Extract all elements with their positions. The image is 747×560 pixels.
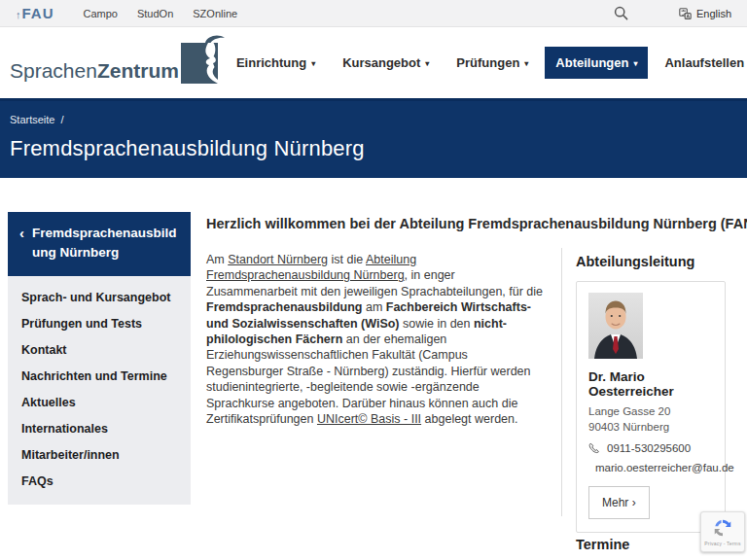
page-title-band: Startseite / Fremdsprachenausbildung Nür… xyxy=(0,101,747,178)
brand-text-light: Sprachen xyxy=(10,59,97,82)
nav-item-anlaufstellen[interactable]: Anlaufstellen▾ xyxy=(654,47,747,79)
department-head-heading: Abteilungsleitung xyxy=(576,254,694,269)
plain-text: sowie in den xyxy=(400,317,474,331)
chevron-down-icon: ▾ xyxy=(311,59,315,68)
intro-paragraph: Am Standort Nürnberg ist die Abteilung F… xyxy=(206,252,545,427)
top-meta-bar: ↑ FAU Campo StudOn SZOnline English xyxy=(0,0,747,27)
sidebar-item[interactable]: Sprach- und Kursangebot xyxy=(8,285,191,311)
language-switch[interactable]: English xyxy=(679,8,731,19)
sidebar: ‹ Fremdsprachenausbildung Nürnberg Sprac… xyxy=(8,212,191,505)
fau-logo[interactable]: ↑ FAU xyxy=(16,5,54,21)
address-line-1: Lange Gasse 20 xyxy=(588,403,713,419)
chevron-down-icon: ▾ xyxy=(524,59,528,68)
plain-text: ist die xyxy=(328,253,366,266)
welcome-heading: Herzlich willkommen bei der Abteilung Fr… xyxy=(206,216,747,231)
topbar-link-campo[interactable]: Campo xyxy=(84,8,118,19)
sidebar-item[interactable]: Kontakt xyxy=(8,337,191,364)
termine-heading: Termine xyxy=(576,537,629,552)
sidebar-item[interactable]: Aktuelles xyxy=(8,390,191,416)
topbar-link-studon[interactable]: StudOn xyxy=(137,8,173,19)
plain-text: Am xyxy=(206,253,228,266)
contact-address: Lange Gasse 20 90403 Nürnberg xyxy=(588,403,713,435)
topbar-links: Campo StudOn SZOnline xyxy=(84,8,238,19)
fau-logo-arrow-icon: ↑ xyxy=(16,9,21,20)
recaptcha-privacy-terms[interactable]: Privacy - Terms xyxy=(704,541,740,546)
column-divider xyxy=(561,248,562,516)
chevron-left-icon: ‹ xyxy=(19,224,24,263)
topbar-link-szonline[interactable]: SZOnline xyxy=(193,8,237,19)
sidebar-item[interactable]: Internationales xyxy=(8,416,191,442)
text-link[interactable]: Standort Nürnberg xyxy=(228,253,328,266)
plain-text: am xyxy=(362,300,385,314)
nav-item-kursangebot[interactable]: Kursangebot▾ xyxy=(332,47,440,79)
main-navigation: Einrichtung▾Kursangebot▾Prüfungen▾Abteil… xyxy=(226,47,747,79)
language-icon xyxy=(679,8,692,19)
nav-item-abteilungen[interactable]: Abteilungen▾ xyxy=(545,47,648,79)
sidebar-item[interactable]: Nachrichten und Termine xyxy=(8,364,191,390)
site-header: SprachenZentrum Einrichtung▾Kursangebot▾… xyxy=(0,27,747,101)
sidebar-item[interactable]: FAQs xyxy=(8,469,191,495)
nav-item-label: Anlaufstellen xyxy=(664,55,744,70)
nav-item-label: Prüfungen xyxy=(456,55,519,70)
sidebar-menu: Sprach- und KursangebotPrüfungen und Tes… xyxy=(8,276,191,505)
portrait-photo xyxy=(588,293,643,359)
language-label: English xyxy=(696,8,731,19)
contact-phone[interactable]: 0911-530295600 xyxy=(607,442,691,454)
sidebar-back-header[interactable]: ‹ Fremdsprachenausbildung Nürnberg xyxy=(8,212,191,276)
nav-item-label: Abteilungen xyxy=(555,55,628,70)
nav-item-label: Kursangebot xyxy=(342,55,420,70)
phone-icon xyxy=(588,442,600,454)
sidebar-back-label: Fremdsprachenausbildung Nürnberg xyxy=(32,224,177,263)
text-link[interactable]: UNIcert© Basis - III xyxy=(317,412,421,426)
contact-name: Dr. Mario Oesterreicher xyxy=(588,369,713,399)
breadcrumb-separator: / xyxy=(60,114,63,125)
sprachenzentrum-face-icon xyxy=(181,34,226,85)
breadcrumb-home[interactable]: Startseite xyxy=(10,114,54,125)
search-button[interactable] xyxy=(614,6,628,20)
recaptcha-badge[interactable]: Privacy - Terms xyxy=(700,511,745,552)
brand-text-bold: Zentrum xyxy=(97,59,179,82)
sidebar-item[interactable]: Prüfungen und Tests xyxy=(8,311,191,337)
brand-wordmark: SprachenZentrum xyxy=(10,60,179,88)
contact-email[interactable]: mario.oesterreicher@fau.de xyxy=(595,462,734,473)
plain-text: abgelegt werden. xyxy=(421,412,517,426)
contact-card: Dr. Mario Oesterreicher Lange Gasse 20 9… xyxy=(576,281,726,533)
phone-row: 0911-530295600 xyxy=(588,442,713,454)
recaptcha-icon xyxy=(712,517,733,539)
chevron-down-icon: ▾ xyxy=(633,59,637,68)
nav-item-einrichtung[interactable]: Einrichtung▾ xyxy=(226,47,326,79)
breadcrumb: Startseite / xyxy=(10,114,737,125)
bold-text: Fremdsprachenausbildung xyxy=(206,300,362,314)
sidebar-item[interactable]: Mitarbeiter/innen xyxy=(8,442,191,469)
more-button[interactable]: Mehr › xyxy=(588,486,650,519)
sprachenzentrum-logo[interactable]: SprachenZentrum xyxy=(10,38,226,88)
email-row: mario.oesterreicher@fau.de xyxy=(588,462,713,473)
fau-logo-text: FAU xyxy=(22,5,54,21)
address-line-2: 90403 Nürnberg xyxy=(588,419,713,435)
nav-item-prüfungen[interactable]: Prüfungen▾ xyxy=(445,47,539,79)
search-icon xyxy=(614,6,628,20)
nav-item-label: Einrichtung xyxy=(236,55,306,70)
chevron-down-icon: ▾ xyxy=(425,59,429,68)
page-title: Fremdsprachenausbildung Nürnberg xyxy=(10,136,737,161)
